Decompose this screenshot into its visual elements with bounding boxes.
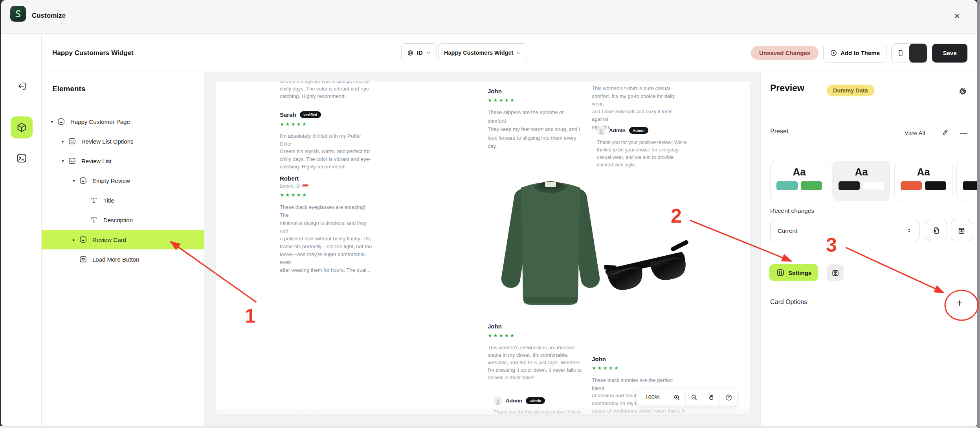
preset-card-4[interactable]: Aa [956,161,977,201]
preview-settings-panel: Preview Dummy Data Preset View All Aa [760,72,977,426]
tree-item-review-list-options[interactable]: ▸ Review List Options [42,131,204,151]
edit-presets-button[interactable] [941,129,949,137]
caret-icon[interactable]: ▾ [60,159,66,164]
preview-canvas-background: Green! It's stylish, warm, and perfect f… [204,72,760,426]
reviewer-location: Depok, ID [280,184,300,188]
elements-panel: Elements ▾ Happy Customer Page ▸ Review … [42,72,204,426]
widget-dropdown[interactable]: Happy Customers Widget [438,43,527,62]
widget-icon [79,177,87,185]
review-text-tshirt: This women's t-shirt is pure casual comf… [592,85,686,131]
add-card-option-button[interactable]: + [956,297,963,309]
preset-card-2-selected[interactable]: Aa [832,161,890,201]
tree-item-label: Happy Customer Page [70,118,130,125]
review-text: This women's crewneck is an absolute sta… [488,344,582,381]
review-text: These black eyeglasses are amazing! The … [280,203,374,274]
add-to-theme-button[interactable]: Add to Theme [823,44,886,63]
app-logo [10,6,26,22]
save-version-button[interactable] [951,220,972,241]
star-rating: ★★★★★ [592,365,686,371]
preset-typography-sample: Aa [855,166,868,178]
panel-divider [761,113,977,113]
tree-item-title[interactable]: Title [42,190,204,210]
widget-icon [57,118,65,126]
desktop-view-button[interactable] [909,44,927,63]
globe-icon [407,50,414,56]
text-icon [90,216,98,224]
card-options-label: Card Options [770,299,807,306]
tree-item-label: Load More Button [92,256,139,263]
recent-changes-select[interactable]: Current [770,220,919,241]
avatar [597,126,606,135]
brush-icon [941,129,949,137]
help-button[interactable] [720,389,737,406]
caret-icon[interactable]: ▾ [71,178,77,183]
chevron-down-icon [516,50,521,55]
widget-dropdown-label: Happy Customers Widget [444,50,513,56]
app-window: Customize ✕ Happy Customers Widget [1,0,977,426]
review-text: Green! It's stylish, warm, and perfect f… [280,81,374,100]
secondary-tab-button[interactable] [827,264,844,281]
preset-typography-sample: Aa [793,166,806,178]
code-tab-button[interactable] [13,149,30,167]
review-text: These slippers are the epitome of comfor… [488,108,582,151]
elements-panel-header: Elements [42,72,204,105]
gear-icon [958,86,968,96]
zoom-out-button[interactable] [686,389,703,406]
tree-item-empty-review[interactable]: ▾ Empty Review [42,171,204,190]
save-button[interactable]: Save [932,44,967,63]
indonesia-flag-icon [302,184,308,188]
desktop-right-strip [977,0,980,428]
tree-item-description[interactable]: Description [42,210,204,230]
admin-reply-text: Thank you for your positive review! We'r… [597,139,691,169]
admin-badge: Admin [629,127,648,134]
caret-icon[interactable]: ▸ [60,139,66,144]
unsaved-changes-badge: Unsaved Changes [751,46,819,60]
preset-color-swatch [963,181,977,190]
admin-reply-header: Admin Admin [494,396,545,405]
zoom-in-icon [673,394,681,401]
tree-item-load-more-button[interactable]: Load More Button [42,249,204,269]
close-icon[interactable]: ✕ [951,10,963,22]
mobile-view-button[interactable] [892,44,909,63]
preset-card-1[interactable]: Aa [770,161,828,201]
view-all-link[interactable]: View All [905,129,925,136]
star-rating: ★★★★★ [488,332,582,338]
exit-editor-button[interactable] [17,81,27,91]
device-preview-toggle [891,43,927,63]
tree-item-label: Review List [81,158,112,164]
preset-card-3[interactable]: Aa [894,161,952,201]
black-sunglasses-image [604,236,691,314]
pan-button[interactable] [703,389,720,406]
box-upload-icon [957,226,966,235]
id-dropdown[interactable]: ID [401,43,437,62]
zoom-level[interactable]: 100% [637,389,668,406]
terminal-icon [16,152,28,164]
caret-icon[interactable]: ▸ [71,237,77,242]
person-icon [598,128,605,135]
tree-item-happy-customer-page[interactable]: ▾ Happy Customer Page [42,112,204,131]
preset-section-label: Preset [770,128,788,135]
green-sweater-image [490,163,611,315]
settings-tab-button[interactable]: Settings [769,264,818,281]
tree-item-review-list[interactable]: ▾ Review List [42,151,204,171]
text-icon [90,196,98,204]
dummy-data-badge: Dummy Data [827,85,874,96]
widget-icon [68,137,76,146]
reply-divider [592,121,686,121]
admin-badge: Admin [526,397,545,404]
panel-settings-button[interactable] [958,86,968,98]
preset-color-swatch [839,181,860,190]
tree-item-label: Review List Options [81,138,134,145]
reviewer-name: Sarah [280,111,296,118]
collapse-section-icon[interactable] [960,133,967,134]
elements-panel-title: Elements [52,85,85,93]
widget-icon [79,236,87,244]
zoom-in-button[interactable] [668,389,686,406]
preset-list: Aa Aa Aa Aa [770,161,977,201]
chevron-down-icon [426,50,431,55]
elements-tab-button[interactable] [11,116,33,138]
caret-icon[interactable]: ▾ [49,119,55,124]
restore-version-button[interactable] [926,220,947,241]
tree-item-review-card-selected[interactable]: ▸ Review Card [42,230,204,249]
sliders-icon [776,268,785,277]
